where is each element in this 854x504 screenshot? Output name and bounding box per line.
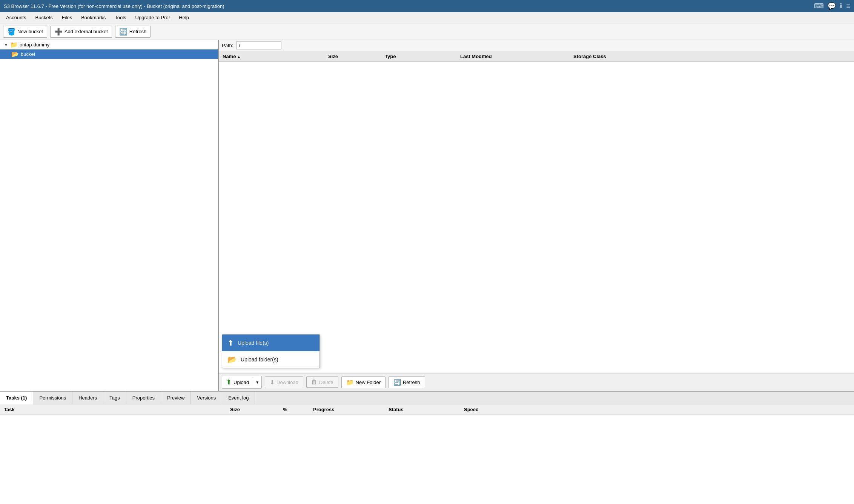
tasks-tabs: Tasks (1) Permissions Headers Tags Prope… [0,392,854,404]
tab-tasks[interactable]: Tasks (1) [0,392,33,404]
tasks-col-size: Size [226,406,279,413]
upload-icon: ⬆ [226,378,232,386]
download-icon: ⬇ [270,379,275,386]
upload-files-label: Upload file(s) [238,340,269,346]
file-browser-panel: Path: Name Size Type Last Modified Stora… [219,40,854,391]
upload-dropdown-arrow[interactable]: ▼ [253,378,261,386]
tab-preview[interactable]: Preview [161,392,191,404]
menu-bookmarks[interactable]: Bookmarks [77,13,109,22]
app-title: S3 Browser 11.6.7 - Free Version (for no… [4,3,224,9]
menu-files[interactable]: Files [58,13,76,22]
tasks-col-speed: Speed [460,406,854,413]
dropdown-upload-folder[interactable]: 📂 Upload folder(s) [222,351,319,368]
col-header-modified[interactable]: Last Modified [456,53,570,60]
upload-folder-icon: 📂 [227,355,237,364]
tab-headers[interactable]: Headers [72,392,103,404]
refresh-button[interactable]: 🔄 Refresh [115,26,151,38]
delete-icon: 🗑 [311,379,317,386]
tree-label-bucket: bucket [21,51,35,57]
add-external-icon: ➕ [54,28,63,36]
path-bar: Path: [219,40,854,51]
upload-dropdown: ⬆ Upload file(s) 📂 Upload folder(s) [222,334,320,368]
upload-folder-label: Upload folder(s) [241,356,278,363]
menu-bar: Accounts Buckets Files Bookmarks Tools U… [0,12,854,23]
new-folder-button[interactable]: 📁 New Folder [341,376,386,388]
menu-upgrade[interactable]: Upgrade to Pro! [132,13,174,22]
add-external-bucket-button[interactable]: ➕ Add external bucket [50,26,112,38]
keyboard-icon[interactable]: ⌨ [814,2,824,10]
info-icon[interactable]: ℹ [840,2,842,10]
menu-accounts[interactable]: Accounts [2,13,30,22]
tab-tags[interactable]: Tags [103,392,126,404]
file-refresh-button[interactable]: 🔄 Refresh [389,376,425,388]
dropdown-upload-files[interactable]: ⬆ Upload file(s) [222,335,319,351]
folder-yellow-icon: 📂 [11,51,19,58]
expand-icon: ▼ [4,42,8,48]
col-header-type[interactable]: Type [381,53,456,60]
file-list-body [219,62,854,373]
upload-files-icon: ⬆ [227,338,234,347]
upload-button-main[interactable]: ⬆ Upload [222,376,253,388]
title-bar-icons: ⌨ 💬 ℹ ≡ [814,2,850,10]
new-folder-icon: 📁 [346,379,354,386]
new-bucket-button[interactable]: 🪣 New bucket [3,26,47,38]
tasks-body [0,415,854,504]
tree-label-ontap-dummy: ontap-dummy [20,42,49,48]
tab-event-log[interactable]: Event log [222,392,255,404]
new-bucket-icon: 🪣 [7,28,15,36]
tab-versions[interactable]: Versions [191,392,222,404]
bucket-tree-panel: ▼ 📁 ontap-dummy 📂 bucket [0,40,219,391]
col-header-size[interactable]: Size [324,53,381,60]
tasks-panel: Tasks (1) Permissions Headers Tags Prope… [0,391,854,504]
title-bar: S3 Browser 11.6.7 - Free Version (for no… [0,0,854,12]
file-list-header: Name Size Type Last Modified Storage Cla… [219,51,854,62]
main-area: ▼ 📁 ontap-dummy 📂 bucket Path: Name Size… [0,40,854,391]
tasks-header: Task Size % Progress Status Speed [0,404,854,415]
tasks-col-pct: % [279,406,309,413]
col-header-storage[interactable]: Storage Class [570,53,854,60]
tree-item-ontap-dummy[interactable]: ▼ 📁 ontap-dummy [0,40,218,49]
list-icon[interactable]: ≡ [846,2,850,10]
refresh-icon: 🔄 [119,28,127,36]
menu-tools[interactable]: Tools [111,13,130,22]
upload-label: Upload [233,380,249,385]
chat-icon[interactable]: 💬 [828,2,836,10]
file-action-toolbar: ⬆ Upload ▼ ⬇ Download 🗑 Delete 📁 New Fol… [219,373,854,391]
file-refresh-icon: 🔄 [393,379,401,386]
delete-button[interactable]: 🗑 Delete [306,376,338,388]
tree-item-bucket[interactable]: 📂 bucket [0,49,218,59]
download-button[interactable]: ⬇ Download [265,376,303,388]
menu-buckets[interactable]: Buckets [31,13,56,22]
tasks-col-progress: Progress [309,406,385,413]
folder-gray-icon: 📁 [10,41,18,48]
tab-permissions[interactable]: Permissions [33,392,72,404]
main-toolbar: 🪣 New bucket ➕ Add external bucket 🔄 Ref… [0,23,854,40]
path-input[interactable] [236,41,281,49]
col-header-name[interactable]: Name [219,53,324,60]
menu-help[interactable]: Help [175,13,193,22]
tasks-col-status: Status [385,406,460,413]
path-label: Path: [222,43,233,48]
tasks-col-task: Task [0,406,226,413]
tab-properties[interactable]: Properties [126,392,161,404]
upload-button[interactable]: ⬆ Upload ▼ [222,376,262,389]
